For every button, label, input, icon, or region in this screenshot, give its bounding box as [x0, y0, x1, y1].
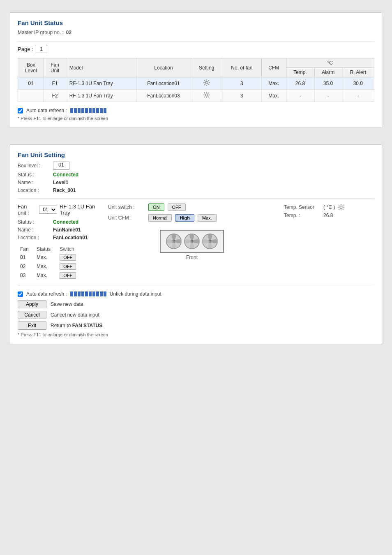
- cancel-button[interactable]: Cancel: [18, 311, 46, 319]
- fan-wheel-2: [184, 233, 200, 250]
- th-box-level: BoxLevel: [18, 58, 44, 77]
- master-ip-label: Master IP group no. :: [18, 30, 64, 35]
- td-fan-switch[interactable]: OFF: [57, 262, 83, 271]
- td-model: RF-1.3 1U Fan Tray: [66, 77, 136, 90]
- td-fan-switch[interactable]: OFF: [57, 253, 83, 262]
- svg-line-7: [208, 80, 209, 81]
- exit-desc: Return to FAN STATUS: [51, 323, 102, 328]
- gear-icon[interactable]: [337, 204, 345, 211]
- name-value: Level1: [53, 180, 68, 185]
- svg-line-5: [204, 80, 205, 81]
- box-info-section: Box level : 01 Status : Connected Name :…: [18, 162, 374, 193]
- fan-unit-model: RF-1.3 1U Fan Tray: [60, 204, 100, 216]
- td-fan-switch[interactable]: OFF: [57, 271, 83, 280]
- td-fan-status: Max.: [34, 262, 57, 271]
- fan-wheel-1: [166, 233, 182, 250]
- fan-unit-dropdown[interactable]: 01: [39, 206, 57, 214]
- setting-auto-refresh-checkbox[interactable]: [18, 291, 23, 297]
- btn-normal[interactable]: Normal: [148, 214, 172, 222]
- setting-auto-refresh-label: Auto data refresh :: [26, 291, 67, 297]
- location-value: Rack_001: [53, 187, 76, 193]
- temp-unit: ( °C ): [323, 204, 335, 210]
- fan-th-fan: Fan: [18, 245, 34, 253]
- fan-name-value: FanName01: [53, 227, 81, 233]
- btn-high[interactable]: High: [175, 214, 194, 222]
- th-temp: Temp.: [286, 68, 314, 77]
- auto-refresh-checkbox[interactable]: [18, 108, 23, 113]
- svg-line-31: [343, 205, 344, 206]
- fan-status-panel: Fan Unit Status Master IP group no. : 02…: [9, 12, 383, 128]
- divider: [18, 41, 374, 42]
- fan-switch-button[interactable]: OFF: [60, 254, 76, 261]
- fan-unit-section: Fan unit : 01 RF-1.3 1U Fan Tray Status …: [18, 204, 374, 280]
- page-label: Page :: [18, 46, 33, 52]
- fan-name-row: Name : FanName01: [18, 227, 100, 233]
- fan-visual: Front: [108, 230, 276, 260]
- status-panel-title: Fan Unit Status: [18, 19, 374, 26]
- fan-name-label: Name :: [18, 227, 51, 233]
- apply-button[interactable]: Apply: [18, 300, 46, 308]
- fan-status-row: Status : Connected: [18, 219, 100, 225]
- td-alarm: -: [314, 90, 342, 102]
- setting-footnote: * Press F11 to enlarge or diminish the s…: [18, 332, 374, 337]
- td-r-alert: 30.0: [342, 77, 374, 90]
- th-no-of-fan: No. of fan: [222, 58, 261, 77]
- box-level-row: Box level : 01: [18, 162, 374, 170]
- temp-value-row: Temp. : 26.8: [284, 213, 374, 218]
- unit-cfm-label: Unit CFM :: [108, 215, 145, 221]
- th-celsius: °C: [286, 58, 374, 68]
- fan-wheel-3: [202, 233, 218, 250]
- page-row: Page : 1: [18, 45, 374, 53]
- fan-status-value: Connected: [53, 219, 78, 225]
- location-row: Location : Rack_001: [18, 187, 374, 193]
- unit-cfm-row: Unit CFM : Normal High Max.: [108, 214, 276, 222]
- th-cfm: CFM: [261, 58, 286, 77]
- box-level-input[interactable]: 01: [53, 162, 69, 170]
- td-no-of-fan: 3: [222, 77, 261, 90]
- svg-line-15: [208, 97, 209, 97]
- apply-desc: Save new data: [51, 301, 83, 307]
- gear-icon[interactable]: [203, 79, 210, 86]
- svg-line-30: [343, 209, 344, 210]
- temp-value: 26.8: [323, 213, 333, 218]
- btn-on[interactable]: ON: [148, 204, 164, 211]
- status-table: BoxLevel FanUnit Model Location Setting …: [18, 58, 374, 102]
- td-box-level: 01: [18, 77, 44, 90]
- btn-max[interactable]: Max.: [198, 214, 217, 222]
- td-no-of-fan: 3: [222, 90, 261, 102]
- th-model: Model: [66, 58, 136, 77]
- fan-status-label: Status :: [18, 219, 51, 225]
- fan-th-status: Status: [34, 245, 57, 253]
- apply-row: Apply Save new data: [18, 300, 374, 308]
- td-temp: -: [286, 90, 314, 102]
- location-label: Location :: [18, 187, 51, 193]
- page-input[interactable]: 1: [36, 45, 47, 53]
- fan-unit-select-row: Fan unit : 01 RF-1.3 1U Fan Tray: [18, 204, 100, 216]
- svg-line-6: [208, 84, 209, 85]
- svg-line-8: [204, 84, 205, 85]
- th-fan-unit: FanUnit: [44, 58, 66, 77]
- exit-button[interactable]: Exit: [18, 321, 46, 330]
- td-setting[interactable]: [191, 77, 222, 90]
- fan-switch-button[interactable]: OFF: [60, 263, 76, 270]
- status-row: Status : Connected: [18, 172, 374, 178]
- btn-off[interactable]: OFF: [168, 204, 186, 211]
- svg-point-0: [205, 81, 208, 84]
- fan-detail-row: 01 Max. OFF: [18, 253, 83, 262]
- svg-line-14: [204, 92, 205, 93]
- section-divider: [18, 198, 374, 199]
- gear-icon[interactable]: [203, 91, 210, 99]
- td-setting[interactable]: [191, 90, 222, 102]
- fan-detail-row: 02 Max. OFF: [18, 262, 83, 271]
- status-value: Connected: [53, 172, 78, 178]
- fan-location-value: FanLocation01: [53, 235, 88, 240]
- svg-point-24: [340, 206, 342, 208]
- th-alarm: Alarm: [314, 68, 342, 77]
- unit-switch-label: Unit switch :: [108, 204, 145, 210]
- fan-switch-button[interactable]: OFF: [60, 272, 76, 279]
- master-ip-value: 02: [66, 30, 71, 35]
- exit-row: Exit Return to FAN STATUS: [18, 321, 374, 330]
- td-box-level: [18, 90, 44, 102]
- master-ip-row: Master IP group no. : 02: [18, 30, 374, 35]
- td-fan-num: 02: [18, 262, 34, 271]
